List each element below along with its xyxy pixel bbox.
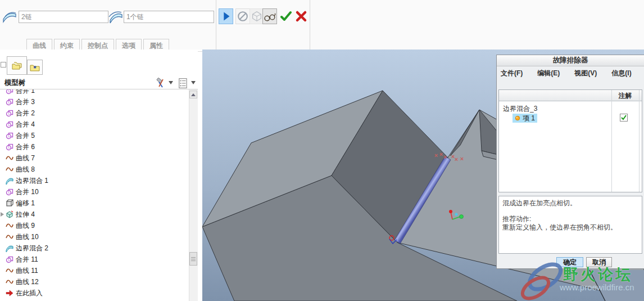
column-divider [611, 90, 612, 192]
tree-item-label: 合并 5 [16, 131, 35, 141]
curve-icon [6, 278, 13, 286]
offset-icon [6, 199, 13, 207]
svg-text:×: × [434, 152, 438, 159]
tree-item[interactable]: 曲线 10 [0, 231, 189, 242]
dialog-title[interactable]: 故障排除器 [497, 55, 644, 66]
menu-view[interactable]: 视图(V) [574, 69, 597, 78]
tree-settings-icon[interactable] [178, 78, 189, 89]
tree-item[interactable]: 合并 3 [0, 96, 189, 107]
menu-info[interactable]: 信息(I) [611, 69, 631, 78]
model-tree-title: 模型树 [4, 78, 26, 88]
svg-text:×: × [460, 155, 464, 162]
tree-item-label: 曲线 7 [16, 154, 35, 163]
tree-tab-folders[interactable] [7, 56, 27, 75]
tree-item[interactable]: 合并 11 [0, 254, 189, 265]
tree-item[interactable]: 偏移 1 [0, 197, 189, 209]
accept-button[interactable] [279, 8, 293, 24]
troubleshooter-dialog: 故障排除器 文件(F) 编辑(E) 视图(V) 信息(I) 注解 边界混合_3 … [496, 55, 644, 269]
message-text: 混成边界在加亮点相切。 [502, 199, 638, 208]
tree-item-label: 曲线 8 [16, 165, 35, 174]
chevron-down-icon[interactable] [191, 81, 196, 84]
tree-item-label: 拉伸 4 [16, 210, 35, 219]
tree-item[interactable]: 曲线 8 [0, 164, 189, 175]
tree-item-label: 合并 11 [16, 255, 38, 264]
boundary-blend-icon [6, 244, 13, 252]
tree-item[interactable]: 拉伸 4 [0, 209, 189, 220]
tree-item[interactable]: 曲线 7 [0, 152, 189, 164]
up-arrow-icon [191, 93, 196, 96]
issue-parent-node[interactable]: 边界混合_3 [503, 104, 537, 114]
cancel-button[interactable] [294, 8, 309, 24]
merge-icon [6, 98, 13, 106]
tree-tab-favorites[interactable]: * [27, 60, 43, 75]
expand-arrow-icon[interactable] [1, 212, 4, 217]
recommend-label: 推荐动作: [502, 215, 638, 223]
tree-item-label: 边界混合 2 [16, 244, 48, 253]
tree-item-label: 合并 10 [16, 187, 39, 197]
tree-item-label: 合并 2 [16, 109, 35, 118]
merge-icon [6, 143, 13, 151]
chevron-down-icon[interactable] [169, 81, 173, 84]
svg-text:×: × [455, 156, 458, 163]
svg-text:×: × [439, 151, 443, 158]
tree-item[interactable]: 合并 2 [0, 107, 189, 119]
annotation-column-header: 注解 [611, 91, 639, 101]
dialog-cancel-button[interactable]: 取消 [586, 257, 612, 267]
column-divider [639, 90, 640, 192]
annotation-checkbox[interactable] [620, 114, 628, 122]
issue-item-label: 项 1 [523, 114, 535, 123]
curve-icon [6, 222, 13, 230]
merge-icon [6, 188, 13, 196]
svg-text:×: × [443, 154, 447, 160]
tree-item-label: 曲线 10 [16, 232, 39, 242]
issue-item-selected[interactable]: 项 1 [513, 114, 537, 123]
merge-icon [6, 255, 13, 263]
item-dot-icon [515, 115, 520, 121]
tree-item-label: 合并 4 [16, 120, 35, 129]
no-preview-button[interactable] [235, 8, 250, 24]
second-direction-chains-input[interactable] [124, 11, 214, 23]
scrollbar-thumb[interactable] [189, 252, 197, 266]
curve-icon [6, 233, 13, 241]
tree-item[interactable]: 曲线 11 [0, 265, 189, 276]
dialog-menubar: 文件(F) 编辑(E) 视图(V) 信息(I) [501, 69, 632, 78]
ok-button[interactable]: 确定 [556, 257, 583, 267]
tree-item[interactable]: 合并 6 [0, 141, 189, 152]
folder-star-icon: * [30, 63, 40, 72]
tree-item[interactable]: 曲线 9 [0, 220, 189, 231]
tree-item[interactable]: 曲线 12 [0, 276, 189, 287]
tree-item-label: 在此插入 [16, 289, 43, 298]
tree-item[interactable]: 边界混合 1 [0, 175, 189, 186]
tree-item[interactable]: 合并 4 [0, 119, 189, 130]
application-window: 曲线 约束 控制点 选项 属性 [0, 0, 644, 301]
second-direction-chains-icon [108, 9, 123, 24]
tree-item-label: 偏移 1 [16, 199, 35, 208]
folders-icon [11, 61, 22, 71]
tree-item[interactable]: 边界混合 2 [0, 242, 189, 254]
tree-item[interactable]: 合并 5 [0, 130, 189, 141]
scrollbar-up-button[interactable] [189, 91, 197, 98]
tree-item-label: 曲线 12 [16, 277, 39, 287]
resume-button[interactable] [219, 8, 233, 24]
boundary-blend-icon [6, 177, 13, 185]
first-direction-chains-input[interactable] [19, 11, 108, 23]
tree-item-label: 合并 6 [16, 142, 35, 152]
insert-here-icon [6, 289, 13, 297]
toolbar-separator [216, 0, 216, 50]
verify-button[interactable] [262, 8, 277, 24]
menu-edit[interactable]: 编辑(E) [537, 69, 560, 78]
tree-scrollbar[interactable] [189, 89, 198, 301]
merge-icon [6, 120, 13, 128]
tree-filters-icon[interactable] [155, 78, 166, 89]
recommend-text: 重新定义输入，使边界在拐角不相切。 [502, 223, 638, 232]
dashboard-toolbar: 曲线 约束 控制点 选项 属性 [0, 0, 644, 50]
tree-item[interactable]: 在此插入 [0, 287, 189, 299]
panel-handle-icon[interactable] [1, 62, 6, 68]
curve-icon [6, 154, 13, 162]
menu-file[interactable]: 文件(F) [501, 69, 523, 78]
tree-item-label: 曲线 9 [16, 221, 35, 231]
tree-item[interactable]: 合并 10 [0, 186, 189, 197]
dialog-message-area: 混成边界在加亮点相切。 推荐动作: 重新定义输入，使边界在拐角不相切。 [498, 196, 642, 254]
extrude-icon [6, 210, 13, 218]
merge-icon [6, 109, 13, 117]
